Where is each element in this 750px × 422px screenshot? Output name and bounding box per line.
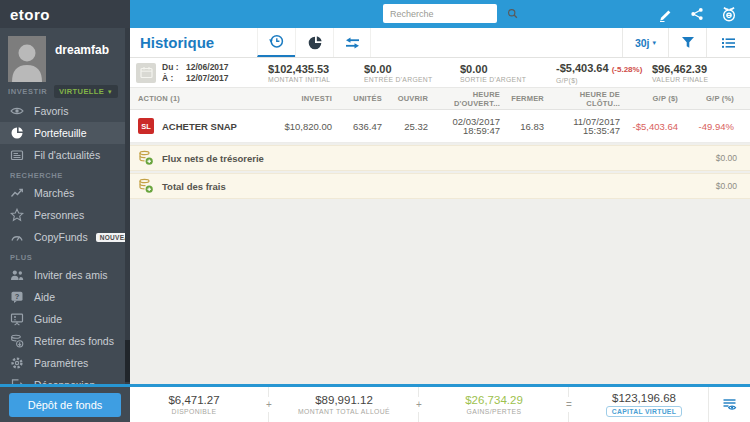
from-date: 12/06/2017	[186, 62, 229, 73]
tab-transactions[interactable]	[333, 28, 371, 57]
deposit-button[interactable]: Dépôt de fonds	[9, 393, 121, 417]
section-recherche: RECHERCHE	[10, 171, 63, 180]
news-icon	[10, 148, 24, 162]
sidebar-item-label: Personnes	[34, 209, 84, 221]
sidebar-item-label: Portefeuille	[34, 127, 87, 139]
magnifier-icon[interactable]	[507, 8, 518, 19]
stop-loss-badge: SL	[138, 118, 154, 134]
col-fermer: FERMER	[500, 94, 544, 103]
gp-percent: (-5.28%)	[612, 65, 643, 74]
tab-history[interactable]	[257, 28, 295, 57]
footer: Dépôt de fonds $6,471.27 DISPONIBLE + $8…	[0, 384, 750, 422]
sidebar-item-favoris[interactable]: Favoris	[0, 100, 125, 122]
to-label: À :	[162, 73, 186, 84]
sidebar-item-label: Inviter des amis	[34, 269, 108, 281]
sidebar-item-guide[interactable]: Guide	[0, 308, 125, 330]
sidebar-item-label: CopyFunds	[34, 231, 88, 243]
col-open-time: HEURE D'OUVERT...	[428, 90, 500, 108]
calendar-icon[interactable]	[136, 63, 156, 83]
sidebar-item-label: Aide	[34, 291, 55, 303]
stat-gains: $26,734.29 GAINS/PERTES	[430, 394, 558, 415]
col-unites: UNITÉS	[332, 94, 382, 103]
period-dropdown[interactable]: 30j▾	[622, 28, 668, 57]
avatar[interactable]	[8, 36, 46, 82]
sidebar-item-inviter[interactable]: Inviter des amis	[0, 264, 125, 286]
gear-icon	[10, 356, 24, 370]
sidebar: dreamfab INVESTIR VIRTUELLE ▼ Favoris Po…	[0, 28, 130, 384]
etoro-logo[interactable]: etoro	[0, 0, 130, 28]
star-icon	[10, 208, 24, 222]
cell-fermer: 16.83	[500, 121, 544, 132]
col-close-time: HEURE DE CLÔTU...	[544, 90, 620, 108]
cashflow-value: $0.00	[716, 153, 737, 163]
sidebar-item-parametres[interactable]: Paramètres	[0, 352, 125, 374]
cashflow-row[interactable]: Flux nets de trésorerie $0.00	[130, 145, 750, 171]
board-icon	[10, 312, 24, 326]
pie-icon	[10, 126, 24, 140]
eye-icon	[10, 104, 24, 118]
operator-plus: +	[408, 387, 430, 422]
col-gp-pct: G/P (%)	[678, 94, 734, 103]
stat-initial: $102,435.53 MONTANT INITIAL	[268, 63, 364, 83]
virtual-mode-dropdown[interactable]: VIRTUELLE ▼	[54, 85, 118, 98]
topbar-actions	[658, 0, 750, 28]
history-tabs	[257, 28, 371, 57]
topbar: etoro	[0, 0, 750, 28]
col-investi: INVESTI	[274, 94, 332, 103]
tab-portfolio-pie[interactable]	[295, 28, 333, 57]
mode-row: INVESTIR VIRTUELLE ▼	[8, 85, 118, 98]
footer-stats: $6,471.27 DISPONIBLE + $89,991.12 MONTAN…	[130, 387, 750, 422]
operator-equals: =	[558, 387, 580, 422]
cell-gp-usd: -$5,403.64	[620, 121, 678, 132]
bull-icon[interactable]	[721, 6, 737, 22]
col-ouvrir: OUVRIR	[382, 94, 428, 103]
stat-allocated: $89,991.12 MONTANT TOTAL ALLOUÉ	[280, 394, 408, 415]
sidebar-item-fil-actualites[interactable]: Fil d'actualités	[0, 144, 125, 166]
etoro-logo-text: etoro	[10, 6, 50, 23]
page-title: Historique	[130, 28, 235, 57]
summary-bar: Du :12/06/2017 À :12/07/2017 $102,435.53…	[130, 58, 750, 88]
table-row[interactable]: SL ACHETER SNAP $10,820.00 636.47 25.32 …	[130, 110, 750, 143]
sidebar-item-label: Favoris	[34, 105, 68, 117]
sidebar-item-copyfunds[interactable]: CopyFunds NOUVEAU	[0, 226, 125, 248]
share-icon[interactable]	[690, 7, 704, 21]
pie-chart-icon	[307, 35, 323, 51]
cell-open-time: 02/03/201718:59:47	[428, 117, 500, 135]
footer-sidebar: Dépôt de fonds	[0, 387, 130, 422]
transfer-arrows-icon	[344, 36, 361, 50]
fees-label: Total des frais	[162, 181, 226, 192]
cashflow-label: Flux nets de trésorerie	[162, 153, 264, 164]
sidebar-item-label: Guide	[34, 313, 62, 325]
pencil-icon[interactable]	[658, 7, 673, 22]
coins-icon	[138, 150, 154, 166]
col-gp-usd: G/P ($)	[620, 94, 678, 103]
sidebar-item-aide[interactable]: ? Aide	[0, 286, 125, 308]
search-box	[383, 4, 497, 23]
history-clock-icon	[268, 33, 285, 50]
toggle-details-eye-icon[interactable]	[708, 387, 750, 422]
to-date: 12/07/2017	[186, 73, 229, 84]
sidebar-item-retirer[interactable]: Retirer des fonds	[0, 330, 125, 352]
col-action: ACTION (1)	[138, 94, 274, 103]
content-background	[130, 200, 750, 384]
stat-final: $96,462.39 VALEUR FINALE	[652, 63, 748, 83]
history-header: Historique 30j▾	[130, 28, 750, 58]
sidebar-item-label: Retirer des fonds	[34, 335, 114, 347]
gauge-icon	[10, 230, 24, 244]
fees-row[interactable]: Total des frais $0.00	[130, 173, 750, 199]
cell-unites: 636.47	[332, 121, 382, 132]
filter-icon[interactable]	[668, 28, 706, 57]
user-profile[interactable]: dreamfab	[8, 36, 109, 82]
sidebar-item-marches[interactable]: Marchés	[0, 182, 125, 204]
sidebar-item-personnes[interactable]: Personnes	[0, 204, 125, 226]
chevron-down-icon: ▼	[107, 89, 113, 95]
search-input[interactable]	[383, 9, 507, 19]
stat-money-in: $0.00 ENTRÉE D'ARGENT	[364, 63, 460, 83]
section-investir: INVESTIR	[8, 87, 47, 96]
action-label: ACHETER SNAP	[162, 121, 237, 132]
sidebar-item-deconnexion[interactable]: Déconnexion	[0, 374, 125, 384]
sidebar-item-label: Fil d'actualités	[34, 149, 100, 161]
list-view-icon[interactable]	[706, 28, 750, 57]
sidebar-item-portefeuille[interactable]: Portefeuille	[0, 122, 125, 144]
trend-icon	[10, 186, 24, 200]
